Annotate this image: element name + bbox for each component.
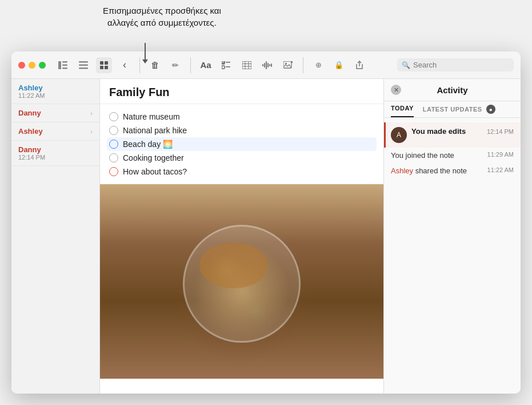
activity-time-edits: 12:14 PM (487, 128, 514, 135)
note-title: Family Fun (109, 86, 374, 99)
trash-button[interactable]: 🗑 (147, 57, 163, 73)
svg-rect-8 (105, 61, 108, 65)
share-button[interactable] (351, 57, 367, 73)
activity-joined-time: 11:29 AM (487, 151, 514, 160)
sidebar-entry-danny-1[interactable]: Danny › (11, 104, 99, 122)
checklist-text-4: Cooking together (123, 153, 184, 162)
svg-rect-12 (226, 62, 230, 63)
tooltip-line1: Επισημασμένες προσθήκες και (103, 6, 221, 15)
activity-tabs: TODAY LATEST UPDATES ● (384, 101, 521, 118)
search-icon: 🔍 (402, 61, 410, 69)
svg-rect-26 (283, 61, 291, 68)
font-button[interactable]: Aa (198, 57, 214, 73)
tab-today[interactable]: TODAY (391, 105, 414, 117)
back-button[interactable]: ‹ (117, 57, 133, 73)
svg-rect-21 (264, 63, 265, 68)
check-circle-4[interactable] (109, 153, 118, 162)
checklist-item-3[interactable]: Beach day 🌅 (107, 137, 377, 151)
checklist-button[interactable] (218, 57, 234, 73)
note-header: Family Fun (100, 79, 383, 104)
svg-rect-25 (271, 63, 272, 67)
activity-item-joined: You joined the note 11:29 AM (384, 148, 521, 163)
checklist-item-4[interactable]: Cooking together (109, 151, 374, 165)
check-circle-2[interactable] (109, 126, 118, 135)
svg-rect-13 (222, 66, 225, 69)
maximize-button[interactable] (39, 62, 46, 69)
main-content: Ashley 11:22 AM Danny › Ashley › Danny 1… (11, 79, 521, 394)
svg-rect-10 (105, 66, 108, 69)
sidebar-entry-ashley-1[interactable]: Ashley 11:22 AM (11, 79, 99, 104)
svg-rect-1 (62, 61, 67, 63)
tag-button[interactable]: ⊕ (310, 57, 326, 73)
activity-close-button[interactable]: ✕ (391, 85, 401, 95)
svg-rect-14 (226, 66, 230, 68)
activity-header: ✕ Activity (384, 79, 521, 101)
food-photo (100, 184, 383, 379)
activity-shared-username: Ashley (391, 166, 413, 175)
svg-rect-2 (62, 64, 67, 66)
checklist-item-1[interactable]: Nature museum (109, 110, 374, 124)
table-button[interactable] (239, 57, 255, 73)
svg-rect-6 (79, 68, 88, 69)
activity-panel: ✕ Activity TODAY LATEST UPDATES ● A (383, 79, 521, 394)
activity-shared-text: Ashley shared the note (391, 166, 467, 175)
waveform-button[interactable] (259, 57, 275, 73)
image-button[interactable] (280, 57, 296, 73)
svg-rect-24 (269, 64, 270, 66)
sidebar-time-ashley-1: 11:22 AM (18, 92, 93, 99)
check-circle-3[interactable] (109, 140, 118, 149)
svg-rect-4 (79, 61, 88, 63)
tab-latest-updates[interactable]: LATEST UPDATES ● (423, 105, 495, 117)
checklist-item-5[interactable]: How about tacos? (109, 165, 374, 178)
list-view-button[interactable] (75, 57, 91, 73)
note-area: Family Fun Nature museum National park h… (100, 79, 383, 394)
sidebar-user-danny-1: Danny (18, 109, 41, 117)
minimize-button[interactable] (29, 62, 35, 69)
svg-point-27 (285, 62, 287, 64)
toolbar-separator-2 (190, 57, 191, 73)
sidebar: Ashley 11:22 AM Danny › Ashley › Danny 1… (11, 79, 100, 394)
checklist: Nature museum National park hike Beach d… (100, 104, 383, 184)
sidebar-toggle-button[interactable] (55, 57, 71, 73)
toolbar-separator-3 (303, 57, 303, 73)
note-body[interactable]: Nature museum National park hike Beach d… (100, 104, 383, 394)
search-bar[interactable]: 🔍 (397, 58, 514, 72)
tooltip-callout: Επισημασμένες προσθήκες και αλλαγές από … (103, 5, 221, 29)
close-icon: ✕ (394, 86, 399, 94)
checklist-text-1: Nature museum (123, 112, 180, 121)
svg-rect-28 (291, 61, 293, 63)
toolbar: ‹ 🗑 ✏ Aa (11, 51, 521, 79)
sidebar-user-danny-2: Danny (18, 145, 93, 154)
chevron-icon-ashley-2: › (90, 128, 93, 135)
svg-rect-5 (79, 64, 88, 66)
check-circle-5[interactable] (109, 167, 118, 176)
sidebar-entry-danny-2[interactable]: Danny 12:14 PM (11, 141, 99, 166)
tooltip-line2: αλλαγές από συμμετέχοντες. (107, 18, 217, 27)
grid-view-button[interactable] (96, 57, 112, 73)
checklist-text-2: National park hike (123, 126, 187, 135)
checklist-item-2[interactable]: National park hike (109, 124, 374, 137)
tooltip-arrow (145, 43, 146, 60)
svg-rect-7 (100, 61, 103, 65)
checklist-text-3: Beach day 🌅 (123, 140, 173, 149)
close-button[interactable] (18, 62, 25, 69)
activity-item-shared: Ashley shared the note 11:22 AM (384, 163, 521, 178)
activity-list: A You made edits 12:14 PM You joined the… (384, 118, 521, 394)
sidebar-entry-ashley-2[interactable]: Ashley › (11, 122, 99, 141)
svg-rect-23 (267, 63, 269, 68)
svg-rect-9 (100, 66, 103, 69)
svg-rect-0 (58, 61, 61, 69)
checklist-text-5: How about tacos? (123, 167, 187, 176)
latest-updates-badge: ● (486, 105, 495, 114)
sidebar-time-danny-2: 12:14 PM (18, 154, 93, 161)
svg-rect-22 (266, 61, 267, 69)
lock-button[interactable]: 🔒 (331, 57, 347, 73)
edit-button[interactable]: ✏ (167, 57, 183, 73)
svg-rect-3 (62, 68, 67, 69)
activity-joined-text: You joined the note (391, 151, 454, 160)
sidebar-user-ashley-2: Ashley (18, 127, 43, 136)
check-circle-1[interactable] (109, 112, 118, 121)
food-photo-inner (100, 184, 383, 379)
search-input[interactable] (413, 61, 509, 69)
traffic-lights (18, 62, 46, 69)
